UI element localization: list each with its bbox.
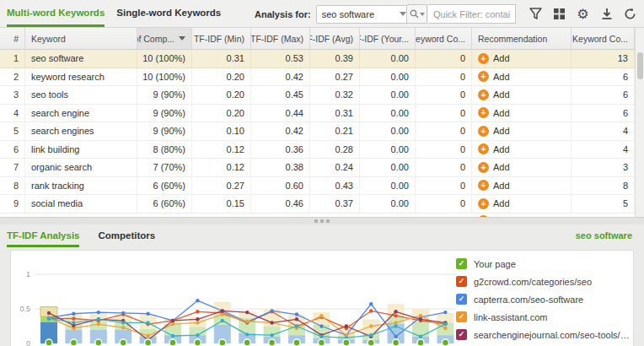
table-row[interactable]: 8rank tracking6 (60%)0.270.600.430.000+A… (0, 177, 635, 196)
table-row[interactable]: 2keyword research10 (100%)0.200.420.270.… (0, 68, 635, 87)
table-scrollbar[interactable] (635, 28, 644, 218)
analysis-for-dropdown[interactable]: seo software (316, 5, 412, 24)
tab-competitors[interactable]: Competitors (98, 224, 155, 247)
add-icon: + (478, 53, 489, 64)
checked-checkbox-icon[interactable]: ✓ (456, 294, 467, 305)
cell-min: 0.31 (192, 50, 251, 68)
cell-avg: 0.31 (310, 105, 360, 122)
refresh-icon[interactable] (623, 7, 637, 21)
table-scrollbar-thumb[interactable] (637, 52, 643, 79)
cell-keyword: keyword research (25, 68, 137, 86)
legend-item[interactable]: ✓capterra.com/seo-software (456, 290, 630, 308)
search-icon (410, 9, 419, 19)
cell-your: 0.00 (360, 68, 416, 86)
cell-max: 0.53 (251, 50, 310, 68)
analysis-for-label: Analysis for: (255, 9, 311, 19)
filter-icon[interactable] (529, 7, 543, 21)
cell-kc1: 0 (416, 177, 472, 195)
tab-tf-idf-analysis[interactable]: TF-IDF Analysis (7, 224, 79, 247)
cell-your: 0.00 (360, 159, 416, 176)
add-keyword-button[interactable]: +Add (478, 180, 510, 191)
panel-splitter-handle[interactable] (0, 217, 644, 224)
table-row[interactable]: 4search engine9 (90%)0.200.440.310.000+A… (0, 105, 635, 123)
cell-avg: 0.21 (310, 122, 360, 140)
cell-kc1: 0 (416, 195, 472, 213)
checked-checkbox-icon[interactable]: ✓ (456, 276, 467, 287)
table-row[interactable]: 6link building8 (80%)0.120.360.280.000+A… (0, 141, 635, 159)
legend-item[interactable]: ✓searchenginejournal.com/seo-tools/seo-s… (456, 326, 630, 343)
tab-multi-word-keywords[interactable]: Multi-word Keywords (7, 0, 105, 27)
keyword-table-body: 1seo software10 (100%)0.310.530.390.000+… (0, 50, 635, 218)
cell-max: 0.60 (251, 177, 310, 195)
column-header-3[interactable]: TF-IDF (Min) (192, 28, 251, 49)
add-keyword-button[interactable]: +Add (478, 89, 510, 100)
table-row[interactable]: 7organic search7 (70%)0.120.380.240.000+… (0, 159, 635, 177)
tf-idf-chart-card: 0.510 ✓Your page✓g2crowd.com/categories/… (10, 250, 634, 346)
column-header-2[interactable]: # of Comp... (137, 28, 192, 49)
column-header-4[interactable]: TF-IDF (Max) (251, 28, 310, 49)
cell-kc2: 4 (572, 122, 635, 140)
checked-checkbox-icon[interactable]: ✓ (456, 329, 467, 340)
legend-label: searchenginejournal.com/seo-tools/seo-so… (474, 330, 630, 340)
column-header-6[interactable]: TF-IDF (Your... (360, 28, 416, 49)
cell-kc2: 6 (572, 86, 635, 104)
cell-avg: 0.24 (310, 159, 360, 176)
cell-max: 0.42 (251, 122, 310, 140)
svg-text:0.5: 0.5 (19, 305, 30, 313)
cell-min: 0.20 (192, 86, 251, 104)
add-label: Add (493, 89, 510, 100)
add-keyword-button[interactable]: +Add (478, 126, 510, 137)
column-layout-icon[interactable] (552, 7, 566, 21)
add-keyword-button[interactable]: +Add (478, 162, 510, 173)
quick-filter-input[interactable] (428, 4, 516, 24)
cell-max: 0.42 (251, 68, 310, 86)
column-header-5[interactable]: TF-IDF (Avg) (310, 28, 360, 49)
keyword-mode-tabs: Multi-word Keywords Single-word Keywords (7, 0, 221, 27)
cell-keyword: organic search (25, 159, 137, 176)
column-header-0[interactable]: # (0, 28, 25, 49)
column-header-9[interactable]: Keyword Co... (572, 28, 635, 49)
table-row[interactable]: 3seo tools9 (90%)0.200.450.320.000+Add6 (0, 86, 635, 105)
legend-item[interactable]: ✓g2crowd.com/categories/seo (456, 273, 630, 290)
tab-single-word-keywords[interactable]: Single-word Keywords (116, 0, 221, 27)
add-keyword-button[interactable]: +Add (478, 198, 510, 209)
cell-keyword: seo software (25, 50, 137, 68)
checked-checkbox-icon[interactable]: ✓ (456, 311, 467, 322)
selected-keyword-label: seo software (576, 230, 632, 241)
column-header-1[interactable]: Keyword (25, 28, 137, 49)
search-mode-dropdown[interactable] (406, 4, 427, 24)
cell-num: 7 (0, 159, 25, 176)
table-row[interactable]: 9social media6 (60%)0.150.460.370.000+Ad… (0, 195, 635, 214)
export-download-icon[interactable] (599, 7, 614, 21)
add-icon: + (478, 71, 489, 82)
add-keyword-button[interactable]: +Add (478, 71, 510, 82)
add-keyword-button[interactable]: +Add (478, 143, 510, 154)
cell-your: 0.00 (360, 195, 416, 213)
cell-kc1: 0 (416, 68, 472, 86)
add-label: Add (493, 53, 510, 63)
add-label: Add (493, 198, 510, 208)
cell-your: 0.00 (360, 122, 416, 140)
cell-competitors: 6 (60%) (137, 177, 192, 195)
column-header-7[interactable]: Keyword Co... (416, 28, 472, 49)
add-keyword-button[interactable]: +Add (478, 53, 510, 64)
settings-gear-icon[interactable]: ⚙ (576, 7, 590, 21)
chart-legend: ✓Your page✓g2crowd.com/categories/seo✓ca… (456, 253, 630, 346)
cell-keyword: search engine (25, 105, 137, 122)
cell-your: 0.00 (360, 105, 416, 122)
legend-item[interactable]: ✓link-assistant.com (456, 308, 630, 326)
analysis-panel: TF-IDF Analysis Competitors seo software… (0, 224, 644, 346)
table-row[interactable]: 5search engines9 (90%)0.100.420.210.000+… (0, 122, 635, 141)
legend-label: capterra.com/seo-software (474, 295, 583, 305)
column-header-8[interactable]: Recommendation (472, 28, 572, 49)
checked-checkbox-icon[interactable]: ✓ (456, 258, 467, 269)
legend-item[interactable]: ✓Your page (456, 255, 630, 273)
analysis-tabs: TF-IDF Analysis Competitors (7, 224, 155, 247)
add-keyword-button[interactable]: +Add (478, 107, 510, 118)
column-header-label: Keyword Co... (572, 34, 628, 44)
cell-kc2: 8 (572, 177, 635, 195)
cell-avg: 0.37 (310, 195, 360, 213)
column-header-label: Recommendation (478, 34, 547, 44)
add-label: Add (493, 162, 510, 172)
table-row[interactable]: 1seo software10 (100%)0.310.530.390.000+… (0, 50, 635, 68)
